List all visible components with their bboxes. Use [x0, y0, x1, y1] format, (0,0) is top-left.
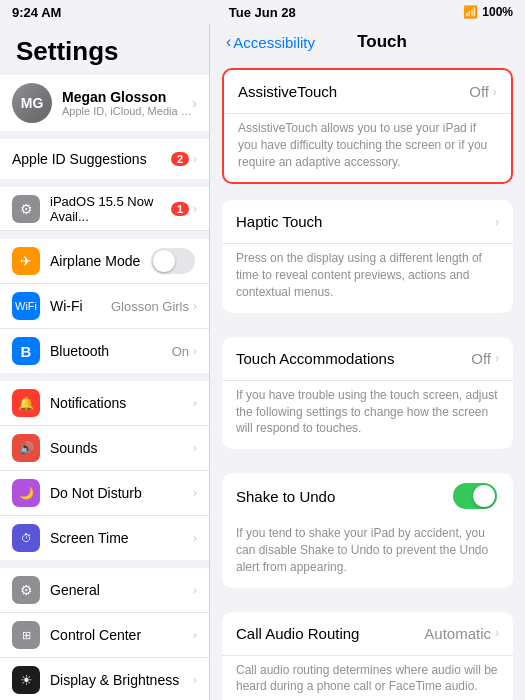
sidebar-section-alerts: 🔔 Notifications › 🔊 Sounds › 🌙 Do Not Di…	[0, 381, 209, 560]
toggle-knob	[153, 250, 175, 272]
touch-accommodations-description: If you have trouble using the touch scre…	[222, 381, 513, 449]
call-audio-routing-value: Automatic	[424, 625, 491, 642]
main-layout: Settings MG Megan Glosson Apple ID, iClo…	[0, 24, 525, 700]
profile-info: Megan Glosson Apple ID, iCloud, Media &.…	[62, 89, 192, 117]
touch-accommodations-label: Touch Accommodations	[236, 350, 471, 367]
apple-id-badge: 2	[171, 152, 189, 166]
update-chevron-icon: ›	[193, 202, 197, 216]
haptic-touch-row[interactable]: Haptic Touch ›	[222, 200, 513, 244]
assistive-touch-card: AssistiveTouch Off › AssistiveTouch allo…	[222, 68, 513, 184]
display-icon: ☀	[12, 666, 40, 694]
sidebar-item-notifications[interactable]: 🔔 Notifications ›	[0, 381, 209, 426]
wifi-icon: 📶	[463, 5, 478, 19]
sidebar-item-wifi[interactable]: WiFi Wi-Fi Glosson Girls ›	[0, 284, 209, 329]
profile-name: Megan Glosson	[62, 89, 192, 105]
control-center-icon: ⊞	[12, 621, 40, 649]
chevron-icon: ›	[193, 583, 197, 597]
status-time: 9:24 AM	[12, 5, 61, 20]
sidebar-section-system: ⚙ General › ⊞ Control Center › ☀ Display…	[0, 568, 209, 700]
sidebar-item-sounds[interactable]: 🔊 Sounds ›	[0, 426, 209, 471]
back-label: Accessibility	[233, 34, 315, 51]
sidebar-label: Do Not Disturb	[50, 485, 193, 501]
update-icon: ⚙	[12, 195, 40, 223]
shake-to-undo-row: Shake to Undo	[222, 473, 513, 519]
sidebar-section-network: ✈ Airplane Mode WiFi Wi-Fi Glosson Girls…	[0, 239, 209, 373]
sidebar-section-appleid: Apple ID Suggestions 2 ›	[0, 139, 209, 179]
bluetooth-icon: B	[12, 337, 40, 365]
detail-section-haptic-touch: Haptic Touch › Press on the display usin…	[222, 200, 513, 320]
wifi-value: Glosson Girls	[111, 299, 189, 314]
sidebar-label: Apple ID Suggestions	[12, 151, 171, 167]
status-indicators: 📶 100%	[463, 5, 513, 19]
detail-pane: ‹ Accessibility Touch AssistiveTouch Off…	[210, 24, 525, 700]
sidebar-label: Airplane Mode	[50, 253, 151, 269]
chevron-icon: ›	[193, 152, 197, 166]
general-icon: ⚙	[12, 576, 40, 604]
shake-to-undo-description: If you tend to shake your iPad by accide…	[222, 519, 513, 587]
sidebar-item-screen-time[interactable]: ⏱ Screen Time ›	[0, 516, 209, 560]
battery-indicator: 100%	[482, 5, 513, 19]
chevron-icon: ›	[193, 628, 197, 642]
call-audio-routing-description: Call audio routing determines where audi…	[222, 656, 513, 700]
sidebar-label: Screen Time	[50, 530, 193, 546]
airplane-toggle[interactable]	[151, 248, 195, 274]
profile-subtitle: Apple ID, iCloud, Media &...	[62, 105, 192, 117]
sidebar-label: Wi-Fi	[50, 298, 111, 314]
sidebar-label: Bluetooth	[50, 343, 172, 359]
chevron-icon: ›	[193, 531, 197, 545]
haptic-touch-card: Haptic Touch › Press on the display usin…	[222, 200, 513, 312]
touch-accommodations-card: Touch Accommodations Off › If you have t…	[222, 337, 513, 449]
detail-title: Touch	[315, 32, 449, 52]
sidebar-item-apple-id-suggestions[interactable]: Apple ID Suggestions 2 ›	[0, 139, 209, 179]
chevron-icon: ›	[193, 344, 197, 358]
profile-row[interactable]: MG Megan Glosson Apple ID, iCloud, Media…	[0, 75, 209, 131]
sidebar-item-display-brightness[interactable]: ☀ Display & Brightness ›	[0, 658, 209, 700]
chevron-icon: ›	[193, 299, 197, 313]
detail-section-touch-accommodations: Touch Accommodations Off › If you have t…	[222, 337, 513, 457]
sidebar: Settings MG Megan Glosson Apple ID, iClo…	[0, 24, 210, 700]
detail-section-call-audio-routing: Call Audio Routing Automatic › Call audi…	[222, 612, 513, 700]
touch-accommodations-row[interactable]: Touch Accommodations Off ›	[222, 337, 513, 381]
bluetooth-value: On	[172, 344, 189, 359]
wifi-icon: WiFi	[12, 292, 40, 320]
sidebar-title: Settings	[0, 24, 209, 75]
update-badge: 1	[171, 202, 189, 216]
sidebar-label: General	[50, 582, 193, 598]
detail-section-assistive-touch: AssistiveTouch Off › AssistiveTouch allo…	[222, 68, 513, 184]
profile-chevron-icon: ›	[192, 95, 197, 111]
update-label: iPadOS 15.5 Now Avail...	[50, 194, 171, 224]
shake-to-undo-card: Shake to Undo If you tend to shake your …	[222, 473, 513, 587]
sidebar-item-bluetooth[interactable]: B Bluetooth On ›	[0, 329, 209, 373]
status-date: Tue Jun 28	[229, 5, 296, 20]
sidebar-label: Display & Brightness	[50, 672, 193, 688]
sidebar-label: Notifications	[50, 395, 193, 411]
sidebar-item-airplane-mode[interactable]: ✈ Airplane Mode	[0, 239, 209, 284]
sidebar-item-general[interactable]: ⚙ General ›	[0, 568, 209, 613]
status-bar: 9:24 AM Tue Jun 28 📶 100%	[0, 0, 525, 24]
call-audio-routing-row[interactable]: Call Audio Routing Automatic ›	[222, 612, 513, 656]
dnd-icon: 🌙	[12, 479, 40, 507]
chevron-icon: ›	[495, 215, 499, 229]
chevron-icon: ›	[495, 351, 499, 365]
back-button[interactable]: ‹ Accessibility	[226, 33, 315, 51]
assistive-touch-row[interactable]: AssistiveTouch Off ›	[224, 70, 511, 114]
touch-accommodations-value: Off	[471, 350, 491, 367]
shake-to-undo-toggle[interactable]	[453, 483, 497, 509]
detail-section-shake-to-undo: Shake to Undo If you tend to shake your …	[222, 473, 513, 595]
chevron-icon: ›	[193, 396, 197, 410]
back-chevron-icon: ‹	[226, 33, 231, 51]
sidebar-item-update[interactable]: ⚙ iPadOS 15.5 Now Avail... 1 ›	[0, 187, 209, 231]
sidebar-item-do-not-disturb[interactable]: 🌙 Do Not Disturb ›	[0, 471, 209, 516]
sidebar-item-control-center[interactable]: ⊞ Control Center ›	[0, 613, 209, 658]
chevron-icon: ›	[493, 85, 497, 99]
shake-to-undo-label: Shake to Undo	[236, 488, 453, 505]
sidebar-label: Sounds	[50, 440, 193, 456]
haptic-touch-description: Press on the display using a different l…	[222, 244, 513, 312]
assistive-touch-value: Off	[469, 83, 489, 100]
chevron-icon: ›	[193, 673, 197, 687]
chevron-icon: ›	[193, 486, 197, 500]
notifications-icon: 🔔	[12, 389, 40, 417]
sounds-icon: 🔊	[12, 434, 40, 462]
haptic-touch-label: Haptic Touch	[236, 213, 495, 230]
avatar: MG	[12, 83, 52, 123]
